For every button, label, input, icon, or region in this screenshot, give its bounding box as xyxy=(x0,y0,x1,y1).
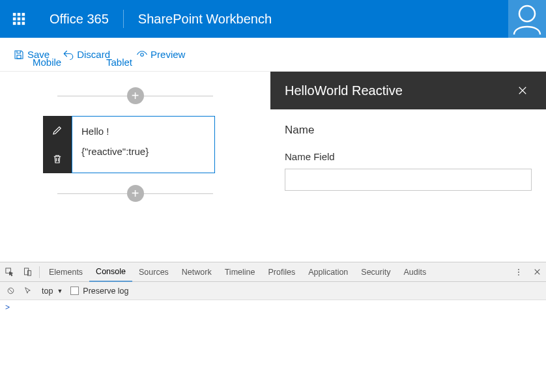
close-pane-button[interactable] xyxy=(513,81,532,100)
workbench-toolbar: Save Discard Preview Mobile Tablet xyxy=(0,38,546,72)
add-webpart-button-top[interactable]: + xyxy=(127,87,144,104)
console-toolbar: top ▼ Preserve log xyxy=(0,282,546,300)
devtools-tabbar: Elements Console Sources Network Timelin… xyxy=(0,262,546,282)
save-icon xyxy=(13,49,25,61)
property-pane-title: HelloWorld Reactive xyxy=(285,83,403,98)
add-section-top: + xyxy=(12,87,259,104)
svg-rect-5 xyxy=(22,18,25,21)
svg-point-11 xyxy=(141,53,144,56)
svg-rect-7 xyxy=(18,22,21,25)
context-select-value: top xyxy=(42,287,53,296)
pencil-icon xyxy=(51,124,63,136)
device-icon xyxy=(23,267,33,277)
discard-button[interactable]: Discard xyxy=(57,45,115,64)
svg-rect-0 xyxy=(13,13,16,16)
suite-brand[interactable]: Office 365 xyxy=(50,12,109,27)
waffle-icon xyxy=(12,12,26,26)
suite-divider xyxy=(123,10,124,28)
svg-rect-1 xyxy=(18,13,21,16)
webpart-box[interactable]: Hello ! {"reactive":true} xyxy=(72,116,215,173)
tab-application[interactable]: Application xyxy=(302,262,354,282)
context-select[interactable]: top ▼ xyxy=(38,285,66,297)
console-prompt: > xyxy=(5,303,10,312)
tab-profiles[interactable]: Profiles xyxy=(261,262,302,282)
tab-console[interactable]: Console xyxy=(89,262,132,282)
tab-security[interactable]: Security xyxy=(354,262,397,282)
edit-webpart-button[interactable] xyxy=(43,116,72,145)
suite-bar: Office 365 SharePoint Workbench xyxy=(0,0,546,38)
svg-rect-6 xyxy=(13,22,16,25)
webpart-line-2: {"reactive":true} xyxy=(81,146,205,157)
pointer-icon xyxy=(23,287,32,295)
devtools-pane: Elements Console Sources Network Timelin… xyxy=(0,262,546,392)
ban-icon xyxy=(7,287,15,295)
main-area: + Hello ! {"reactive":true} + HelloWo xyxy=(0,72,546,262)
inspect-icon xyxy=(5,267,14,277)
kebab-icon xyxy=(514,268,523,277)
suite-app-name: SharePoint Workbench xyxy=(138,12,272,27)
close-icon xyxy=(533,268,541,276)
add-section-bottom: + xyxy=(12,185,259,202)
property-field-label: Name Field xyxy=(285,151,532,162)
chevron-down-icon: ▼ xyxy=(57,288,63,294)
clear-console-button[interactable] xyxy=(4,282,17,300)
preview-label: Preview xyxy=(151,49,185,60)
svg-rect-10 xyxy=(17,55,21,58)
svg-point-16 xyxy=(518,272,519,273)
property-pane-body: Name Name Field xyxy=(270,109,546,205)
preserve-log-checkbox[interactable] xyxy=(70,287,79,295)
filter-button[interactable] xyxy=(21,282,34,300)
discard-label: Discard xyxy=(77,49,110,60)
app-launcher-button[interactable] xyxy=(0,0,38,38)
add-webpart-button-bottom[interactable]: + xyxy=(127,185,144,202)
svg-point-17 xyxy=(518,274,519,275)
webpart-toolbar xyxy=(43,116,72,173)
preview-icon xyxy=(136,49,148,61)
svg-point-15 xyxy=(518,268,519,270)
preserve-log-label: Preserve log xyxy=(83,287,128,296)
inspect-element-button[interactable] xyxy=(0,263,18,281)
tab-timeline[interactable]: Timeline xyxy=(218,262,262,282)
delete-webpart-button[interactable] xyxy=(43,145,72,173)
tab-network[interactable]: Network xyxy=(175,262,218,282)
svg-rect-8 xyxy=(22,22,25,25)
canvas-area: + Hello ! {"reactive":true} + xyxy=(0,72,270,262)
devtools-close-button[interactable] xyxy=(528,263,546,281)
save-label: Save xyxy=(27,49,50,60)
person-icon xyxy=(511,3,543,35)
svg-rect-3 xyxy=(13,18,16,21)
devtools-menu-button[interactable] xyxy=(510,263,528,281)
svg-rect-2 xyxy=(22,13,25,16)
save-button[interactable]: Save xyxy=(8,45,55,64)
property-pane: HelloWorld Reactive Name Name Field xyxy=(270,72,546,262)
tab-sources[interactable]: Sources xyxy=(132,262,175,282)
webpart-line-1: Hello ! xyxy=(81,126,205,137)
name-field-input[interactable] xyxy=(285,169,532,191)
console-output[interactable]: > xyxy=(0,300,546,392)
webpart-row: Hello ! {"reactive":true} xyxy=(43,116,259,173)
close-icon xyxy=(517,85,528,96)
user-avatar[interactable] xyxy=(508,0,546,38)
property-section-label: Name xyxy=(285,124,532,137)
svg-rect-4 xyxy=(18,18,21,21)
undo-icon xyxy=(63,49,74,61)
property-pane-header: HelloWorld Reactive xyxy=(270,72,546,109)
tab-audits[interactable]: Audits xyxy=(397,262,433,282)
preview-button[interactable]: Preview xyxy=(131,45,190,64)
toggle-device-button[interactable] xyxy=(18,263,36,281)
tab-elements[interactable]: Elements xyxy=(42,262,89,282)
trash-icon xyxy=(51,153,63,165)
svg-point-9 xyxy=(519,6,535,21)
